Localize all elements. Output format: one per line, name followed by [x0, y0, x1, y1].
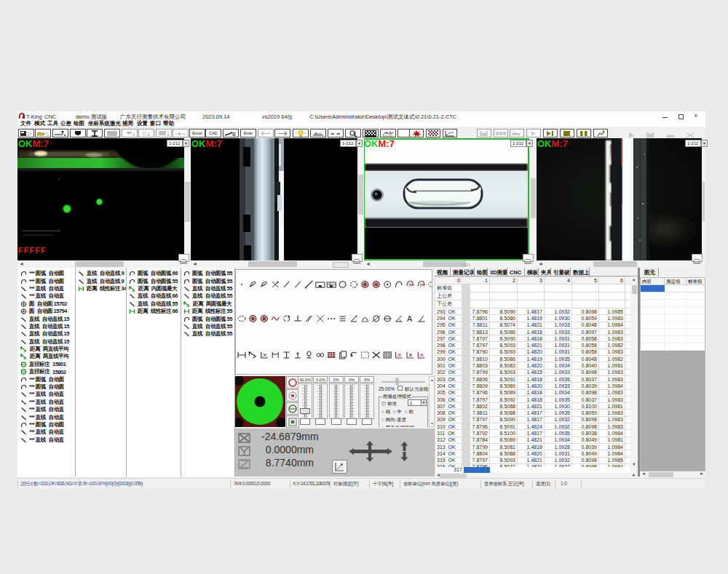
svg-text:B: B	[232, 132, 236, 137]
svg-text:A: A	[407, 314, 413, 323]
